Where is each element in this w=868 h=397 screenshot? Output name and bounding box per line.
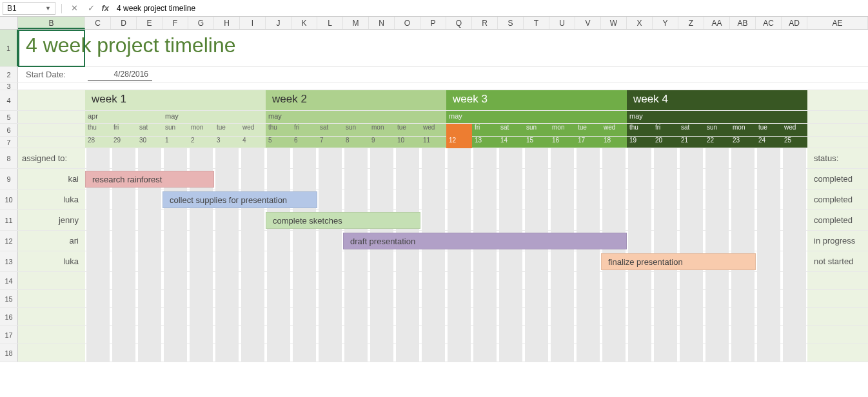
status-cell[interactable]: in progress <box>810 231 855 251</box>
daynum-22: 20 <box>655 137 662 144</box>
col-header-U[interactable]: U <box>549 17 575 29</box>
col-header-AB[interactable]: AB <box>730 17 756 29</box>
dow-25: mon <box>733 124 745 131</box>
task-bar[interactable]: finalize presentation <box>601 253 756 270</box>
col-header-S[interactable]: S <box>498 17 524 29</box>
daynum-23: 21 <box>681 137 688 144</box>
row-header-18[interactable]: 18 <box>0 344 18 362</box>
chevron-down-icon: ▼ <box>45 5 51 12</box>
row-header-8[interactable]: 8 <box>0 148 18 168</box>
row-header-15[interactable]: 15 <box>0 290 18 307</box>
row-header-6[interactable]: 6 <box>0 124 18 136</box>
row-header-11[interactable]: 11 <box>0 210 18 230</box>
daynum-19: 17 <box>578 137 585 144</box>
col-header-T[interactable]: T <box>524 17 549 29</box>
row-header-16[interactable]: 16 <box>0 308 18 325</box>
col-header-AE[interactable]: AE <box>807 17 868 29</box>
status-cell[interactable]: completed <box>810 189 853 210</box>
daynum-24: 22 <box>707 137 714 144</box>
dow-11: mon <box>371 124 384 131</box>
rows-area: 14 week project timeline2Start Date:4/28… <box>0 30 868 362</box>
col-header-B[interactable]: B <box>18 17 85 29</box>
daynum-12: 10 <box>397 137 404 144</box>
row-header-12[interactable]: 12 <box>0 231 18 251</box>
col-header-D[interactable]: D <box>111 17 137 29</box>
row-header-4[interactable]: 4 <box>0 90 18 110</box>
col-header-AA[interactable]: AA <box>704 17 730 29</box>
assignee-cell[interactable]: kai <box>18 169 83 189</box>
daynum-11: 9 <box>371 137 375 144</box>
col-header-X[interactable]: X <box>627 17 653 29</box>
col-header-O[interactable]: O <box>395 17 420 29</box>
col-header-C[interactable]: C <box>85 17 111 29</box>
daynum-21: 19 <box>629 137 636 144</box>
row-header-9[interactable]: 9 <box>0 169 18 189</box>
spreadsheet[interactable]: BCDEFGHIJKLMNOPQRSTUVWXYZAAABACADAE 14 w… <box>0 17 868 362</box>
status-cell[interactable]: completed <box>810 169 853 189</box>
daynum-5: 3 <box>217 137 221 144</box>
col-header-H[interactable]: H <box>214 17 240 29</box>
dow-7: thu <box>268 124 277 131</box>
assignee-cell[interactable]: jenny <box>18 210 83 231</box>
name-box[interactable]: B1 ▼ <box>3 2 55 15</box>
name-box-value: B1 <box>7 4 17 13</box>
status-cell[interactable]: completed <box>810 210 853 231</box>
daynum-0: 28 <box>88 137 95 144</box>
dow-1: fri <box>113 124 119 131</box>
task-bar[interactable]: draft presentation <box>343 233 627 249</box>
col-header-J[interactable]: J <box>266 17 291 29</box>
cancel-icon[interactable]: ✕ <box>68 3 81 13</box>
row-header-13[interactable]: 13 <box>0 251 18 271</box>
daynum-20: 18 <box>604 137 611 144</box>
col-header-R[interactable]: R <box>472 17 498 29</box>
formula-input[interactable] <box>113 2 865 15</box>
row-header-17[interactable]: 17 <box>0 326 18 344</box>
col-header-K[interactable]: K <box>291 17 317 29</box>
daynum-14: 12 <box>449 137 456 144</box>
start-date-value[interactable]: 4/28/2016 <box>88 67 152 81</box>
task-bar[interactable]: research rainforest <box>85 171 214 188</box>
row-header-3[interactable]: 3 <box>0 82 18 90</box>
task-bar[interactable]: collect supplies for presentation <box>163 191 317 208</box>
col-header-F[interactable]: F <box>163 17 188 29</box>
status-cell[interactable]: not started <box>810 251 853 272</box>
fx-icon[interactable]: fx <box>102 3 110 13</box>
task-bar[interactable]: complete sketches <box>266 212 420 229</box>
dow-17: sun <box>526 124 537 131</box>
col-header-L[interactable]: L <box>317 17 343 29</box>
col-header-Q[interactable]: Q <box>446 17 472 29</box>
assignee-cell[interactable]: luka <box>18 189 83 210</box>
col-header-I[interactable]: I <box>240 17 266 29</box>
col-header-Y[interactable]: Y <box>653 17 678 29</box>
assignee-cell[interactable]: ari <box>18 231 83 251</box>
dow-12: tue <box>397 124 406 131</box>
row-header-10[interactable]: 10 <box>0 189 18 209</box>
row-header-5[interactable]: 5 <box>0 111 18 123</box>
row-header-14[interactable]: 14 <box>0 272 18 289</box>
assigned-to-header: assigned to: <box>22 148 67 169</box>
daynum-13: 11 <box>423 137 430 144</box>
dow-27: wed <box>784 124 796 131</box>
month-label-1: apr <box>88 112 98 120</box>
col-header-AD[interactable]: AD <box>782 17 807 29</box>
col-header-G[interactable]: G <box>188 17 214 29</box>
col-header-V[interactable]: V <box>575 17 601 29</box>
select-all-corner[interactable] <box>0 17 18 29</box>
col-header-M[interactable]: M <box>343 17 369 29</box>
col-header-N[interactable]: N <box>369 17 395 29</box>
check-icon[interactable]: ✓ <box>85 3 98 13</box>
dow-9: sat <box>320 124 328 131</box>
row-header-2[interactable]: 2 <box>0 67 18 82</box>
daynum-18: 16 <box>552 137 559 144</box>
col-header-P[interactable]: P <box>420 17 446 29</box>
col-header-AC[interactable]: AC <box>756 17 782 29</box>
row-header-7[interactable]: 7 <box>0 137 18 148</box>
col-header-W[interactable]: W <box>601 17 627 29</box>
dow-23: sat <box>681 124 689 131</box>
daynum-10: 8 <box>346 137 350 144</box>
col-header-Z[interactable]: Z <box>678 17 704 29</box>
row-header-1[interactable]: 1 <box>0 30 18 66</box>
assignee-cell[interactable]: luka <box>18 251 83 272</box>
col-header-E[interactable]: E <box>137 17 163 29</box>
daynum-16: 14 <box>500 137 508 144</box>
